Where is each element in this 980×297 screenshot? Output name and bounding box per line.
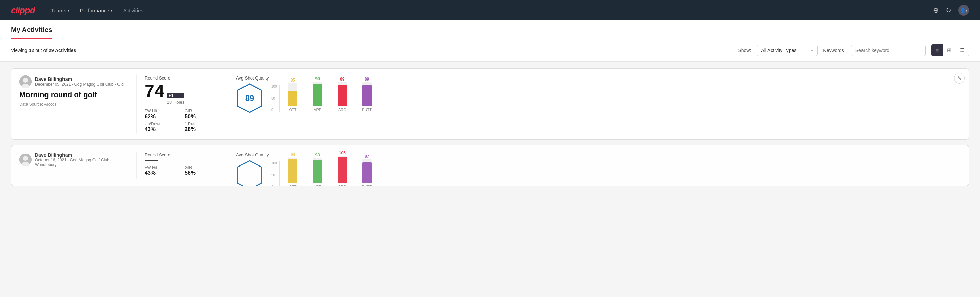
bar2-ott: 94 OTT	[281, 152, 305, 186]
divider	[136, 75, 137, 133]
bar-chart-2: 100 50 0 94 OTT 93	[270, 161, 379, 186]
bar-app-value: 90	[315, 77, 320, 81]
round-score-label-2: Round Score	[145, 152, 220, 157]
card-stats-2: Round Score FW Hit 43% GIR 56%	[145, 152, 220, 176]
user-avatar[interactable]: 👤 ▾	[958, 5, 969, 16]
svg-marker-7	[237, 161, 262, 186]
bar2-putt: 87 PUTT	[355, 154, 379, 186]
hex-number: 89	[245, 93, 255, 103]
user-row: Dave Billingham December 05, 2021 · Gog …	[19, 75, 128, 88]
bar-ott: 85 OTT	[281, 78, 305, 112]
card-left: Dave Billingham December 05, 2021 · Gog …	[19, 75, 128, 107]
stat-fw-hit: FW Hit 62%	[145, 109, 179, 120]
activity-title: Morning round of golf	[19, 90, 128, 99]
show-label: Show:	[738, 48, 751, 53]
score-row: 74 +4 18 Holes	[145, 82, 220, 105]
user-date: December 05, 2021 · Gog Magog Golf Club …	[35, 82, 124, 87]
score-badge: +4	[167, 93, 185, 98]
bar-arg: 89 ARG	[331, 77, 354, 112]
page-header: My Activities	[0, 21, 980, 39]
score-holes: 18 Holes	[167, 99, 185, 105]
quality-row-2: 100 50 0 94 OTT 93	[236, 160, 379, 186]
avatar-2	[19, 153, 32, 166]
card-quality-2: Avg Shot Quality 100 50 0	[236, 152, 379, 186]
y-label-50: 50	[271, 96, 277, 100]
bar2-app: 93 APP	[306, 153, 329, 186]
y-label-100: 100	[271, 85, 277, 88]
card-left-2: Dave Billingham October 16, 2021 · Gog M…	[19, 152, 128, 170]
card-quality: Avg Shot Quality 89 100 50 0	[236, 75, 379, 113]
user-info-2: Dave Billingham October 16, 2021 · Gog M…	[35, 152, 128, 167]
avatar-chevron-icon: ▾	[966, 8, 967, 12]
user-name: Dave Billingham	[35, 77, 124, 82]
stat-fw-hit-2: FW Hit 43%	[145, 165, 179, 176]
divider-2	[228, 75, 228, 133]
stat-1putt: 1 Putt 28%	[185, 121, 220, 133]
nav-teams[interactable]: Teams ▾	[51, 6, 69, 14]
viewing-count-text: Viewing 12 out of 29 Activities	[11, 48, 76, 53]
navbar: clippd Teams ▾ Performance ▾ Activities …	[0, 0, 980, 21]
bar-arg-label: ARG	[338, 108, 346, 112]
bar-app: 90 APP	[306, 77, 329, 112]
bar-arg-value: 89	[340, 77, 344, 81]
nav-activities[interactable]: Activities	[123, 6, 143, 14]
activity-list: Dave Billingham December 05, 2021 · Gog …	[0, 62, 980, 193]
score-value: 74	[145, 82, 164, 99]
quality-row: 89 100 50 0 85	[236, 83, 379, 113]
score-row-2	[145, 159, 220, 161]
y-label-0: 0	[271, 108, 277, 112]
avatar-icon: 👤	[960, 8, 966, 13]
grid-view-button[interactable]: ⊞	[943, 44, 956, 56]
activity-card: Dave Billingham December 05, 2021 · Gog …	[11, 68, 969, 140]
search-input[interactable]	[851, 45, 926, 56]
view-toggle: ≡ ⊞ ☰	[931, 44, 969, 56]
divider-4	[228, 152, 228, 179]
card-stats: Round Score 74 +4 18 Holes FW Hit 62% GI…	[145, 75, 220, 133]
score-value-2	[145, 159, 158, 161]
stat-updown: Up/Down 43%	[145, 121, 179, 133]
divider-3	[136, 152, 137, 179]
bar-putt: 89 PUTT	[355, 77, 379, 112]
list-detail-view-button[interactable]: ☰	[956, 44, 969, 56]
stats-grid: FW Hit 62% GIR 50% Up/Down 43% 1 Putt 28…	[145, 109, 220, 133]
performance-chevron-icon: ▾	[111, 8, 112, 12]
bar2-arg: 106 ARG	[331, 150, 354, 186]
edit-button[interactable]: ✎	[954, 73, 965, 84]
activity-card-2: Dave Billingham October 16, 2021 · Gog M…	[11, 145, 969, 186]
add-icon[interactable]: ⊕	[933, 6, 939, 14]
refresh-icon[interactable]: ↻	[946, 6, 951, 14]
keywords-label: Keywords:	[823, 48, 845, 53]
activity-type-select[interactable]: All Activity Types Round of Golf Practic…	[757, 45, 818, 56]
nav-icons: ⊕ ↻ 👤 ▾	[933, 5, 969, 16]
bar-app-label: APP	[314, 108, 321, 112]
teams-chevron-icon: ▾	[68, 8, 69, 12]
stat-gir-2: GIR 56%	[185, 165, 220, 176]
toolbar: Viewing 12 out of 29 Activities Show: Al…	[0, 39, 980, 62]
data-source: Data Source: Arccos	[19, 102, 128, 107]
avatar	[19, 75, 32, 88]
logo[interactable]: clippd	[11, 5, 35, 16]
user-date-2: October 16, 2021 · Gog Magog Golf Club -…	[35, 158, 128, 167]
svg-point-1	[23, 78, 28, 83]
bar-ott-label: OTT	[289, 108, 296, 112]
svg-point-5	[23, 156, 28, 161]
hex-score: 89	[236, 83, 263, 113]
nav-performance[interactable]: Performance ▾	[80, 6, 112, 14]
round-score-label: Round Score	[145, 75, 220, 81]
user-name-2: Dave Billingham	[35, 152, 128, 158]
user-row-2: Dave Billingham October 16, 2021 · Gog M…	[19, 152, 128, 167]
list-compact-view-button[interactable]: ≡	[931, 44, 943, 56]
stats-grid-2: FW Hit 43% GIR 56%	[145, 165, 220, 176]
bar-chart: 100 50 0 85 OTT	[270, 85, 379, 112]
bar-ott-value: 85	[291, 78, 295, 83]
page-title: My Activities	[11, 26, 52, 39]
bar-putt-value: 89	[365, 77, 369, 81]
bar-putt-label: PUTT	[362, 108, 372, 112]
stat-gir: GIR 50%	[185, 109, 220, 120]
hex-score-2	[236, 160, 263, 186]
user-info: Dave Billingham December 05, 2021 · Gog …	[35, 77, 124, 87]
